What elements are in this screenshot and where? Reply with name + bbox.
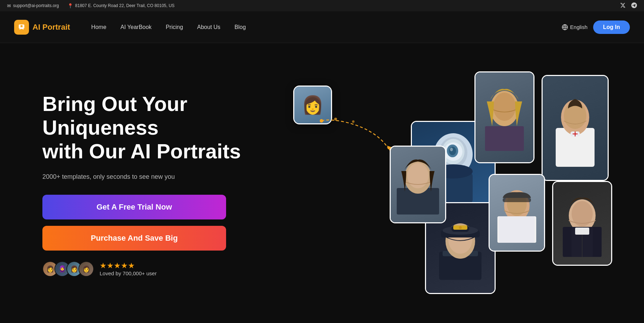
topbar: ✉ support@ai-portraits.org 📍 81807 E. Co… [0, 0, 644, 11]
hero-title: Bring Out Your Uniqueness with Our AI Po… [42, 92, 268, 163]
photo-blonde [474, 71, 534, 163]
topbar-email: ✉ support@ai-portraits.org [7, 3, 59, 8]
language-button[interactable]: English [562, 24, 587, 30]
logo-text: AI Portrait [33, 23, 70, 32]
nav-right: English Log In [562, 20, 630, 34]
logo-area[interactable]: AI Portrait [14, 20, 70, 35]
photo-woman-left [390, 146, 446, 223]
nav-home[interactable]: Home [91, 24, 106, 30]
svg-point-6 [352, 121, 355, 123]
avatar-4: 👩 [78, 261, 94, 277]
topbar-address-text: 81807 E. County Road 22, Deer Trail, CO … [75, 3, 175, 8]
svg-rect-33 [485, 126, 524, 151]
svg-rect-46 [503, 198, 531, 202]
telegram-icon[interactable] [631, 2, 637, 9]
hero-subtitle: 2000+ templates, only seconds to see new… [42, 173, 290, 181]
svg-rect-47 [499, 216, 534, 243]
photo-collage [368, 64, 616, 305]
hero-left: Bring Out Your Uniqueness with Our AI Po… [42, 92, 290, 276]
svg-point-1 [20, 25, 23, 27]
hero-section: Bring Out Your Uniqueness with Our AI Po… [0, 43, 644, 323]
avatar-group: 👩 🧕 👩 👩 [42, 261, 94, 277]
photo-scientist [489, 174, 545, 252]
topbar-email-text: support@ai-portraits.org [13, 3, 59, 8]
social-proof: 👩 🧕 👩 👩 ★★★★★ Loved by 700,000+ user [42, 261, 290, 277]
topbar-address: 📍 81807 E. County Road 22, Deer Trail, C… [67, 3, 175, 8]
nav-links: Home AI YearBook Pricing About Us Blog [91, 24, 561, 30]
svg-point-15 [450, 148, 453, 151]
photo-business-woman [552, 181, 612, 266]
nav-blog[interactable]: Blog [235, 24, 246, 30]
hero-title-line1: Bring Out Your Uniqueness [42, 92, 187, 139]
social-proof-text: Loved by 700,000+ user [100, 270, 156, 276]
topbar-social [620, 2, 637, 9]
svg-point-27 [564, 102, 586, 129]
dashed-arrow [311, 114, 403, 163]
free-trial-button[interactable]: Get A Free Trial Now [42, 195, 226, 219]
svg-point-24 [459, 226, 462, 229]
stars: ★★★★★ [100, 261, 156, 270]
svg-point-4 [320, 119, 323, 123]
email-icon: ✉ [7, 3, 11, 8]
navbar: AI Portrait Home AI YearBook Pricing Abo… [0, 11, 644, 43]
stars-rating: ★★★★★ Loved by 700,000+ user [100, 261, 156, 276]
nav-pricing[interactable]: Pricing [166, 24, 183, 30]
hero-right: 👩 [290, 64, 616, 305]
nav-about[interactable]: About Us [197, 24, 220, 30]
photo-doctor [542, 75, 609, 181]
purchase-button[interactable]: Purchase And Save Big [42, 226, 226, 251]
svg-point-14 [449, 147, 456, 155]
twitter-icon[interactable] [620, 2, 626, 9]
nav-aiyearbook[interactable]: AI YearBook [120, 24, 152, 30]
hero-title-line2: with Our AI Portraits [42, 140, 241, 163]
location-icon: 📍 [67, 3, 73, 8]
logo-icon [14, 20, 29, 35]
svg-rect-42 [575, 228, 589, 235]
svg-point-32 [493, 93, 516, 121]
svg-point-5 [334, 118, 337, 121]
login-button[interactable]: Log In [593, 20, 630, 34]
language-label: English [570, 24, 587, 30]
